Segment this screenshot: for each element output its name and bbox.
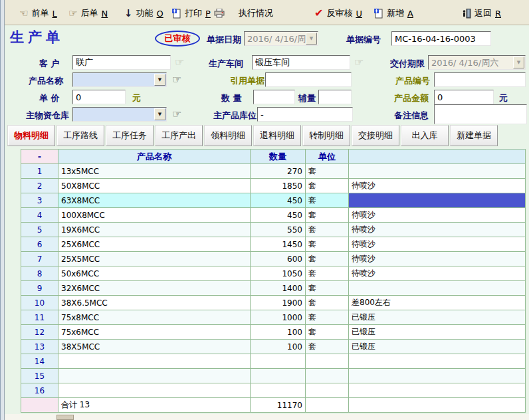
return-button[interactable]: 返回R xyxy=(462,6,501,21)
main-location-input[interactable] xyxy=(257,107,353,122)
cell-name[interactable]: 38X5MCC xyxy=(58,340,251,354)
cell-unit[interactable]: 套 xyxy=(306,179,349,193)
cell-qty[interactable]: 270 xyxy=(251,164,306,179)
tab-8[interactable]: 交接明细 xyxy=(352,125,399,146)
col-header-index[interactable]: - xyxy=(21,150,58,164)
cell-qty[interactable]: 100 xyxy=(251,340,306,354)
remark-input[interactable] xyxy=(434,104,527,124)
table-row[interactable]: 1338X5MCC100套已锻压 xyxy=(21,340,526,354)
cell-note[interactable]: 待喷沙 xyxy=(349,223,526,237)
cell-unit[interactable]: 套 xyxy=(306,310,349,325)
cell-name[interactable]: 50X8MCC xyxy=(58,179,251,193)
tab-6[interactable]: 退料明细 xyxy=(253,125,301,146)
chevron-down-icon[interactable]: ▼ xyxy=(513,56,524,68)
cell-note[interactable]: 待喷沙 xyxy=(349,208,526,223)
cell-name[interactable]: 75x8MCC xyxy=(58,310,251,325)
cell-num[interactable]: 15 xyxy=(21,369,58,383)
cell-note[interactable] xyxy=(349,193,526,208)
cell-qty[interactable]: 450 xyxy=(251,208,306,223)
cell-name[interactable]: 13x5MCC xyxy=(58,164,251,179)
col-header-quantity[interactable]: 数量 xyxy=(251,150,306,164)
cell-unit[interactable]: 套 xyxy=(306,281,349,296)
col-header-unit[interactable]: 单位 xyxy=(306,150,349,164)
cell-note[interactable]: 已锻压 xyxy=(349,340,526,354)
cell-num[interactable]: 13 xyxy=(21,340,58,354)
cell-num[interactable]: 11 xyxy=(21,310,58,325)
cell-unit[interactable]: 套 xyxy=(306,193,349,208)
quantity-input[interactable] xyxy=(253,90,295,104)
cell-name[interactable] xyxy=(58,383,251,398)
ref-doc-input[interactable] xyxy=(265,72,352,87)
cell-note[interactable]: 待喷沙 xyxy=(349,252,526,266)
table-row[interactable]: 625X6MCC1450套待喷沙 xyxy=(21,237,526,252)
table-row[interactable]: 519X6MCC550套待喷沙 xyxy=(21,223,526,237)
doc-no-input[interactable] xyxy=(391,31,491,46)
cell-unit[interactable]: 套 xyxy=(306,266,349,281)
product-name-combo[interactable]: ▼ xyxy=(72,72,167,87)
cell-unit[interactable]: 套 xyxy=(306,208,349,223)
cell-name[interactable]: 50x6MCC xyxy=(58,266,251,281)
cell-note[interactable] xyxy=(349,383,526,398)
cell-note[interactable] xyxy=(349,281,526,296)
cell-name[interactable]: 100X8MCC xyxy=(58,208,251,223)
cell-num[interactable]: 5 xyxy=(21,223,58,237)
cell-num[interactable]: 1 xyxy=(21,164,58,179)
tab-3[interactable]: 工序任务 xyxy=(106,125,154,146)
next-doc-button[interactable]: ☞ 后单N xyxy=(68,6,108,21)
doc-date-combo[interactable]: 2016/ 4/16/周六 ▼ xyxy=(244,31,318,46)
cell-note[interactable]: 差800左右 xyxy=(349,296,526,310)
cell-qty[interactable]: 1850 xyxy=(251,179,306,193)
cell-name[interactable] xyxy=(58,369,251,383)
cell-name[interactable]: 75x6MCC xyxy=(58,325,251,340)
deadline-combo[interactable]: 2016/ 4/16/周六 ▼ xyxy=(428,55,526,70)
cell-unit[interactable] xyxy=(306,354,349,369)
cell-name[interactable] xyxy=(58,354,251,369)
print-button[interactable]: 打印P xyxy=(172,6,225,21)
cell-note[interactable]: 待喷沙 xyxy=(349,179,526,193)
cell-unit[interactable]: 套 xyxy=(306,252,349,266)
cell-name[interactable]: 32X6MCC xyxy=(58,281,251,296)
main-warehouse-combo[interactable]: ▼ xyxy=(72,107,167,122)
cell-num[interactable]: 8 xyxy=(21,266,58,281)
chevron-down-icon[interactable]: ▼ xyxy=(154,74,165,86)
cell-num[interactable]: 3 xyxy=(21,193,58,208)
cell-note[interactable]: 待喷沙 xyxy=(349,237,526,252)
cell-name[interactable]: 25X6MCC xyxy=(58,237,251,252)
cell-qty[interactable]: 1000 xyxy=(251,310,306,325)
col-header-note[interactable] xyxy=(349,150,526,164)
tab-4[interactable]: 工序产出 xyxy=(155,125,203,146)
workshop-input[interactable] xyxy=(252,55,350,70)
cell-note[interactable] xyxy=(349,354,526,369)
cell-num[interactable]: 16 xyxy=(21,383,58,398)
cell-qty[interactable]: 1050 xyxy=(251,266,306,281)
cell-unit[interactable]: 套 xyxy=(306,296,349,310)
table-row[interactable]: 850x6MCC1050套待喷沙 xyxy=(21,266,526,281)
cell-note[interactable] xyxy=(349,369,526,383)
chevron-down-icon[interactable]: ▼ xyxy=(154,108,165,120)
cell-unit[interactable]: 套 xyxy=(306,164,349,179)
product-no-input[interactable] xyxy=(434,72,526,87)
tab-5[interactable]: 领料明细 xyxy=(204,125,252,146)
horizontal-scrollbar[interactable] xyxy=(5,414,529,420)
cell-num[interactable]: 12 xyxy=(21,325,58,340)
add-new-button[interactable]: 新增A xyxy=(374,6,413,21)
cell-note[interactable]: 待喷沙 xyxy=(349,266,526,281)
cell-qty[interactable] xyxy=(251,383,306,398)
cell-num[interactable]: 2 xyxy=(21,179,58,193)
table-row[interactable]: 14 xyxy=(21,354,526,369)
cell-name[interactable]: 63X8MCC xyxy=(58,193,251,208)
cell-unit[interactable]: 套 xyxy=(306,325,349,340)
unit-price-input[interactable] xyxy=(72,90,126,104)
table-row[interactable]: 1175x8MCC1000套已锻压 xyxy=(21,310,526,325)
cell-num[interactable]: 9 xyxy=(21,281,58,296)
execution-status-button[interactable]: 执行情况 xyxy=(239,6,273,21)
table-row[interactable]: 363X8MCC450套 xyxy=(21,193,526,208)
cell-num[interactable]: 6 xyxy=(21,237,58,252)
col-header-product-name[interactable]: 产品名称 xyxy=(58,150,251,164)
aux-qty-input[interactable] xyxy=(318,90,352,104)
warehouse-picker-hand-icon[interactable]: ☞ xyxy=(172,109,181,120)
cell-qty[interactable]: 550 xyxy=(251,223,306,237)
cell-unit[interactable]: 套 xyxy=(306,223,349,237)
tab-1[interactable]: 物料明细 xyxy=(7,125,55,146)
product-picker-hand-icon[interactable]: ☞ xyxy=(172,74,181,85)
